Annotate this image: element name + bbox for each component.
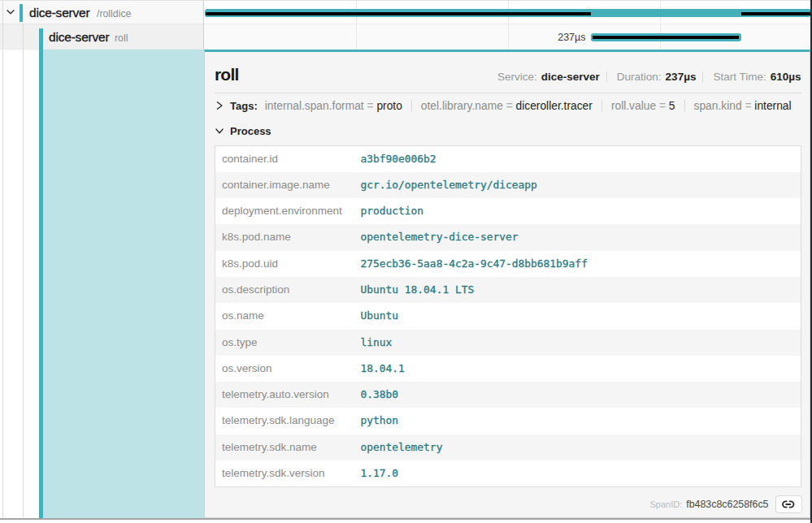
overview-value: 237µs — [666, 71, 697, 83]
tag-value: internal — [754, 100, 791, 112]
key-value-row: k8s.pod.name opentelemetry-dice-server — [215, 224, 801, 250]
kv-key: os.name — [215, 303, 354, 329]
process-key-value-table: container.id a3bf90e006b2 container.imag… — [215, 145, 801, 488]
tag-value: 5 — [669, 100, 675, 112]
timeline-gridline — [508, 0, 509, 50]
span-row-roll[interactable]: dice-server roll 237µs — [0, 24, 812, 50]
tag-summary-item: internal.span.format = proto — [265, 100, 402, 112]
kv-value: python — [354, 408, 801, 434]
header-divider — [215, 93, 801, 93]
process-accordion[interactable]: Process — [215, 122, 801, 140]
overview-label: Service: — [497, 71, 537, 83]
tag-equals: = — [656, 100, 669, 112]
overview-divider — [702, 71, 703, 82]
kv-key: telemetry.sdk.language — [215, 408, 354, 434]
kv-value: 18.04.1 — [354, 356, 801, 382]
column-resizer-divider[interactable] — [203, 0, 204, 50]
span-detail-row: roll Service: dice-server Duration: 237µ… — [0, 50, 812, 518]
kv-value: gcr.io/opentelemetry/diceapp — [354, 172, 801, 198]
overview-divider — [606, 71, 607, 82]
key-value-row: container.id a3bf90e006b2 — [215, 146, 801, 172]
tags-summary: internal.span.format = proto otel.librar… — [265, 100, 792, 112]
critical-path-segment — [206, 12, 592, 15]
timeline-gridline — [356, 0, 357, 50]
tags-label: Tags: — [230, 100, 258, 112]
span-duration-label: 237µs — [558, 32, 585, 43]
indent-guide — [2, 0, 3, 517]
tag-summary-item: otel.library.name = diceroller.tracer — [421, 100, 593, 112]
kv-value: Ubuntu 18.04.1 LTS — [354, 277, 801, 303]
tags-accordion[interactable]: Tags: internal.span.format = proto otel.… — [215, 96, 801, 115]
tag-equals: = — [742, 100, 755, 112]
critical-path-segment — [741, 12, 811, 15]
tag-summary-item: span.kind = internal — [694, 100, 792, 112]
collapse-children-icon[interactable] — [6, 7, 15, 17]
overview-label: Duration: — [617, 71, 662, 83]
tag-value: diceroller.tracer — [516, 100, 593, 112]
service-name[interactable]: dice-server — [29, 6, 89, 20]
tag-divider — [601, 100, 602, 111]
tag-key: otel.library.name — [421, 100, 503, 112]
span-overview-list: Service: dice-server Duration: 237µs Sta… — [497, 71, 801, 83]
kv-value: 0.38b0 — [354, 382, 801, 408]
chevron-down-icon — [215, 126, 224, 136]
key-value-row: telemetry.sdk.name opentelemetry — [215, 434, 801, 460]
kv-key: deployment.environment — [215, 198, 354, 224]
kv-value: Ubuntu — [354, 303, 801, 329]
key-value-row: os.type linux — [215, 330, 801, 356]
span-name-cell[interactable]: dice-server /rolldice — [0, 0, 204, 24]
kv-value: opentelemetry — [354, 434, 801, 460]
tag-equals: = — [503, 100, 516, 112]
key-value-row: container.image.name gcr.io/opentelemetr… — [215, 172, 801, 198]
service-color-bar — [20, 4, 24, 22]
kv-value: 1.17.0 — [354, 460, 801, 486]
kv-key: k8s.pod.uid — [215, 251, 354, 277]
service-name[interactable]: dice-server — [49, 30, 109, 45]
span-id-label: SpanID: — [649, 499, 682, 509]
span-id-value: fb483c8c6258f6c5 — [686, 499, 768, 510]
key-value-row: os.version 18.04.1 — [215, 356, 801, 382]
kv-value: opentelemetry-dice-server — [354, 224, 801, 250]
timeline-gridline — [660, 0, 661, 50]
tag-key: span.kind — [694, 100, 742, 112]
overview-label: Start Time: — [713, 71, 766, 83]
kv-key: os.version — [215, 356, 354, 382]
span-id-footer: SpanID: fb483c8c6258f6c5 — [649, 495, 801, 513]
key-value-row: telemetry.sdk.version 1.17.0 — [215, 460, 801, 486]
service-color-bar — [39, 28, 43, 50]
span-operation-title: roll — [215, 65, 238, 84]
tag-equals: = — [364, 100, 377, 112]
process-label: Process — [230, 125, 271, 137]
tag-divider — [684, 100, 685, 111]
bottom-border — [0, 518, 812, 520]
overview-item: Start Time: 610µs — [713, 71, 801, 83]
indent-guide — [23, 24, 24, 517]
operation-name[interactable]: /rolldice — [97, 8, 131, 19]
key-value-row: telemetry.auto.version 0.38b0 — [215, 382, 801, 408]
copy-link-button[interactable] — [775, 495, 802, 513]
kv-key: telemetry.auto.version — [215, 382, 354, 408]
top-border — [0, 0, 812, 1]
span-name-cell[interactable]: dice-server roll — [0, 24, 204, 50]
kv-value: production — [354, 198, 801, 224]
chevron-right-icon — [215, 101, 224, 110]
kv-key: telemetry.sdk.version — [215, 460, 354, 486]
tag-summary-item: roll.value = 5 — [611, 100, 675, 112]
detail-accent-fill[interactable] — [43, 50, 204, 518]
kv-key: container.id — [215, 146, 354, 172]
span-row-rolldice[interactable]: dice-server /rolldice — [0, 0, 812, 24]
span-detail-header: roll Service: dice-server Duration: 237µ… — [215, 65, 801, 84]
kv-value: a3bf90e006b2 — [354, 146, 801, 172]
key-value-row: deployment.environment production — [215, 198, 801, 224]
overview-value: dice-server — [541, 71, 600, 83]
key-value-row: os.description Ubuntu 18.04.1 LTS — [215, 277, 801, 303]
overview-value: 610µs — [771, 71, 801, 83]
operation-name[interactable]: roll — [115, 32, 128, 44]
overview-item: Service: dice-server — [497, 71, 600, 83]
overview-item: Duration: 237µs — [617, 71, 697, 83]
kv-value: 275ecb36-5aa8-4c2a-9c47-d8bb681b9aff — [354, 251, 801, 277]
key-value-row: os.name Ubuntu — [215, 303, 801, 329]
tag-key: roll.value — [611, 100, 656, 112]
trace-timeline-view: dice-server /rolldice dice-server roll 2… — [0, 0, 812, 523]
kv-key: os.description — [215, 277, 354, 303]
